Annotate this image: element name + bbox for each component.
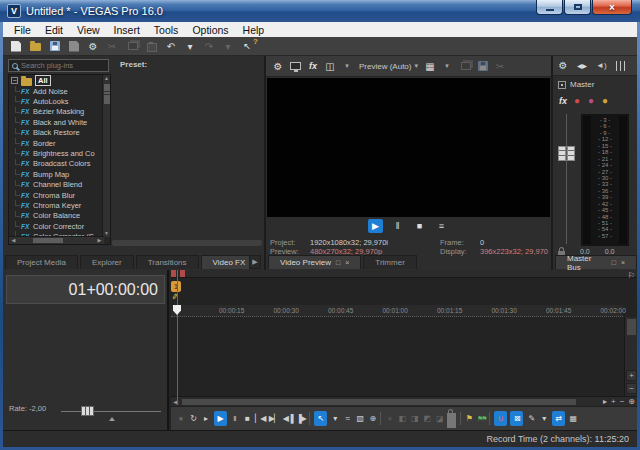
rate-slider-track[interactable] — [61, 411, 161, 412]
plugin-item[interactable]: FX Bézier Masking — [9, 107, 110, 117]
menu-help[interactable]: Help — [236, 24, 272, 36]
plugin-item[interactable]: FX Broadcast Colors — [9, 159, 110, 169]
go-to-start-icon[interactable]: ▏◀ — [255, 411, 265, 426]
zoom-out-time-icon[interactable]: − — [620, 398, 625, 406]
master-fx-plugin-3-icon[interactable]: ● — [600, 94, 610, 107]
downmix-output-icon[interactable] — [596, 59, 607, 72]
lock-event-icon[interactable] — [447, 413, 456, 428]
zoom-out-track-height-icon[interactable]: − — [626, 383, 637, 394]
save-project-icon[interactable] — [50, 41, 60, 51]
copy-snapshot-icon[interactable] — [461, 62, 471, 70]
scrollbar-thumb[interactable] — [104, 84, 110, 104]
event-tools-icon[interactable]: ▦ — [568, 411, 577, 426]
split-event-icon[interactable]: × — [385, 411, 394, 426]
envelope-edit-tool-icon[interactable]: ≈ — [343, 411, 352, 426]
auto-ripple-icon[interactable]: ⊠ — [510, 411, 523, 426]
tab-master-bus[interactable]: Master Bus □ × — [555, 255, 637, 269]
minimize-button[interactable] — [536, 0, 563, 15]
plugin-tree[interactable]: − All FX Add Noise FX — [8, 74, 111, 245]
tab-project-media[interactable]: Project Media — [5, 255, 78, 269]
marker-flag[interactable]: 1 — [171, 281, 181, 292]
record-icon[interactable]: ● — [176, 411, 185, 426]
float-window-icon[interactable]: □ — [612, 259, 616, 266]
tab-explorer[interactable]: Explorer — [80, 255, 134, 269]
plugin-tree-root[interactable]: − All — [9, 75, 110, 86]
undo-icon[interactable]: ↶ — [166, 40, 176, 53]
separator[interactable] — [380, 412, 381, 425]
plugin-item[interactable]: FX Black and White — [9, 117, 110, 127]
time-ruler[interactable]: 00:00:1500:00:3000:00:4500:01:0000:01:15… — [171, 305, 623, 317]
timeline-horizontal-scrollbar[interactable]: ◀ ▸+−⊕ — [171, 396, 637, 406]
rate-slider-handle[interactable] — [81, 406, 94, 416]
tab-trimmer[interactable]: Trimmer — [363, 255, 416, 269]
playhead-line[interactable] — [177, 270, 178, 405]
video-output-fx-icon[interactable]: fx — [308, 60, 318, 73]
zoom-edit-tool-icon[interactable]: ⊕ — [368, 411, 377, 426]
undo-dropdown-icon[interactable]: ▾ — [185, 40, 195, 53]
enable-snapping-icon[interactable]: ∪ — [494, 411, 507, 426]
close-tab-icon[interactable]: × — [621, 259, 625, 266]
tab-video-preview[interactable]: Video Preview □ × — [268, 255, 361, 269]
paste-icon[interactable] — [147, 43, 157, 52]
preview-more-icon[interactable]: ≡ — [434, 219, 449, 233]
plugin-search-box[interactable] — [8, 59, 109, 72]
plugin-list-vertical-scrollbar[interactable]: ▲ ▼ — [102, 75, 110, 237]
play-icon[interactable]: ▶ — [214, 411, 227, 426]
scroll-left-icon[interactable]: ◀ — [171, 398, 180, 406]
split-screen-dropdown-icon[interactable]: ▾ — [342, 60, 352, 73]
preview-properties-icon[interactable]: ⚙ — [273, 60, 283, 73]
cut-icon[interactable]: ✂ — [107, 40, 117, 53]
separator[interactable] — [489, 412, 490, 425]
preview-quality-selector[interactable]: Preview (Auto) ▾ — [359, 62, 418, 71]
interactive-tutorials-icon[interactable] — [242, 40, 252, 53]
split-screen-view-icon[interactable]: ◫ — [325, 60, 335, 73]
selection-edit-tool-icon[interactable]: ▧ — [355, 411, 364, 426]
track-area[interactable] — [171, 317, 623, 396]
plugin-root-label[interactable]: All — [35, 75, 51, 86]
open-project-icon[interactable] — [30, 43, 41, 51]
plugin-item[interactable]: FX Color Balance — [9, 211, 110, 221]
title-bar[interactable]: V Untitled * - VEGAS Pro 16.0 × — [0, 0, 640, 22]
separator[interactable] — [460, 412, 461, 425]
track-view[interactable]: 1 ✎ 00:00:1500:00:3000:00:4500:01:0000:0… — [171, 270, 637, 430]
tab-scroll-right-icon[interactable]: ▶ — [249, 255, 261, 269]
preset-area-scrollbar[interactable] — [112, 240, 262, 246]
scroll-up-icon[interactable]: ▲ — [103, 75, 110, 82]
scroll-down-icon[interactable]: ▼ — [103, 230, 110, 237]
tab-transitions[interactable]: Transitions — [136, 255, 199, 269]
insert-marker-icon[interactable]: ⚑ — [464, 411, 473, 426]
redo-icon[interactable]: ↷ — [204, 40, 214, 53]
zoom-tool-icon[interactable]: ⊕ — [628, 398, 635, 406]
preview-stop-icon[interactable]: ■ — [412, 219, 427, 233]
menu-edit[interactable]: Edit — [38, 24, 70, 36]
zoom-in-time-icon[interactable]: + — [611, 398, 616, 406]
render-as-icon[interactable] — [69, 41, 79, 52]
master-fx-plugin-1-icon[interactable]: ● — [572, 94, 582, 107]
envelope-dropdown-icon[interactable]: ▾ — [539, 411, 548, 426]
preview-play-icon[interactable]: ▶ — [368, 219, 383, 233]
preview-pause-icon[interactable]: ‖ — [390, 219, 405, 233]
normal-edit-tool-icon[interactable]: ↖ — [314, 411, 327, 426]
plugin-item[interactable]: FX Color Corrector — [9, 221, 110, 231]
scroll-right-icon[interactable]: ▸ — [603, 398, 607, 406]
scrollbar-thumb[interactable] — [33, 238, 63, 243]
plugin-item[interactable]: FX Chroma Blur — [9, 190, 110, 200]
stop-icon[interactable]: ■ — [243, 411, 252, 426]
master-fx-icon[interactable]: fx — [558, 94, 568, 107]
lock-envelopes-icon[interactable]: ✎ — [527, 411, 536, 426]
plugin-item[interactable]: FX AutoLooks — [9, 96, 110, 106]
scrollbar-thumb[interactable] — [182, 399, 576, 405]
master-fx-plugin-2-icon[interactable]: ● — [586, 94, 596, 107]
fader-handle-left[interactable] — [558, 146, 566, 161]
grid-overlay-dropdown-icon[interactable]: ▾ — [442, 60, 452, 73]
ignore-event-grouping-icon[interactable]: ⇄ — [552, 411, 565, 426]
scroll-left-icon[interactable]: ◀ — [9, 237, 18, 244]
master-properties-icon[interactable]: ⚙ — [558, 59, 568, 72]
previous-frame-icon[interactable]: ◀▐ — [283, 411, 293, 426]
menu-tools[interactable]: Tools — [147, 24, 186, 36]
menu-insert[interactable]: Insert — [107, 24, 147, 36]
scroll-right-icon[interactable]: ▶ — [95, 237, 104, 244]
scrollbar-thumb[interactable] — [627, 319, 636, 335]
next-frame-icon[interactable]: ▐▶ — [296, 411, 306, 426]
master-vu-meter[interactable]: 36912151821242730333639424548515457 — [581, 114, 629, 246]
